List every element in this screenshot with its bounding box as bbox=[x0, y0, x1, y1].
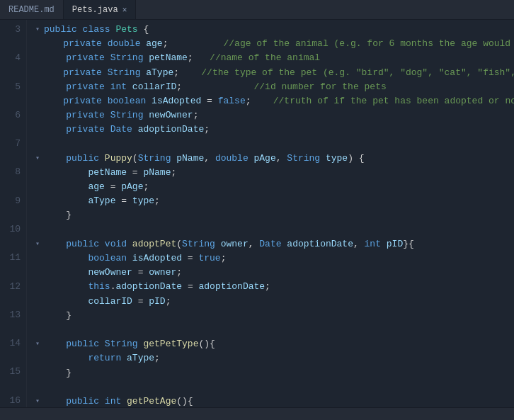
token-plain bbox=[44, 337, 66, 351]
fold-arrow-empty bbox=[35, 225, 42, 236]
token-var: pID bbox=[149, 295, 165, 309]
token-kw: true bbox=[198, 251, 220, 266]
token-kw: public bbox=[44, 23, 83, 37]
token-fn: adoptPet bbox=[132, 237, 176, 251]
token-var: pName bbox=[143, 166, 171, 180]
tab-close-icon[interactable]: ✕ bbox=[122, 5, 127, 14]
fold-arrow-empty bbox=[35, 324, 42, 336]
fold-arrow-empty bbox=[35, 167, 42, 178]
token-plain: = bbox=[105, 180, 121, 194]
code-line: private Date adoptionDate; bbox=[35, 123, 514, 137]
fold-arrow-empty bbox=[35, 368, 42, 379]
token-type: String bbox=[287, 152, 326, 166]
fold-arrow-empty bbox=[35, 268, 42, 279]
line-numbers: 3456789101112131415161718192021222324252… bbox=[0, 20, 27, 407]
token-kw: public bbox=[66, 337, 105, 351]
token-type: int bbox=[110, 80, 132, 94]
token-plain: , bbox=[204, 152, 215, 166]
fold-arrow-empty bbox=[35, 96, 40, 107]
token-plain bbox=[44, 194, 88, 208]
fold-arrow-collapsed[interactable]: ▾ bbox=[35, 396, 42, 407]
token-type: Date bbox=[259, 237, 287, 251]
fold-arrow-empty bbox=[35, 196, 42, 208]
code-line: age = pAge; bbox=[35, 180, 514, 194]
code-line: private String aType; //the type of the … bbox=[35, 66, 514, 80]
code-line: collarID = pID; bbox=[35, 295, 514, 309]
token-type: String bbox=[138, 152, 177, 166]
token-var: age bbox=[146, 37, 162, 51]
token-kw: private bbox=[66, 80, 110, 94]
fold-arrow-collapsed[interactable]: ▾ bbox=[35, 24, 42, 35]
token-var: isAdopted bbox=[152, 94, 207, 108]
token-type: double bbox=[108, 37, 147, 51]
token-plain: ; bbox=[246, 94, 273, 108]
fold-arrow-empty bbox=[35, 67, 40, 79]
fold-arrow-collapsed[interactable]: ▾ bbox=[35, 239, 42, 250]
token-var: petName bbox=[88, 166, 127, 180]
token-var: pName bbox=[176, 152, 204, 166]
token-kw: return bbox=[88, 351, 127, 365]
token-var: adoptionDate bbox=[198, 280, 265, 294]
line-number: 12 bbox=[3, 280, 21, 294]
line-number: 8 bbox=[3, 165, 21, 179]
token-plain bbox=[44, 395, 66, 407]
token-var: adoptionDate bbox=[138, 123, 205, 137]
code-line: ▾ public Puppy(String pName, double pAge… bbox=[35, 152, 514, 166]
token-fn: getPetAge bbox=[127, 395, 176, 407]
code-line: return aType; bbox=[35, 351, 514, 365]
token-fn: Puppy bbox=[105, 152, 132, 166]
fold-arrow-empty bbox=[35, 81, 42, 93]
token-kw: public bbox=[66, 237, 105, 251]
token-var: aType bbox=[127, 351, 154, 365]
line-number: 11 bbox=[3, 251, 21, 265]
token-plain: = bbox=[182, 280, 198, 294]
code-line: private double age; //age of the animal … bbox=[35, 37, 514, 51]
token-type: String bbox=[105, 337, 144, 351]
token-type: String bbox=[182, 237, 221, 251]
code-line: ▾ public void adoptPet(String owner, Dat… bbox=[35, 237, 514, 251]
token-plain: } bbox=[44, 366, 72, 380]
code-line: ▾ public int getPetAge(){ bbox=[35, 395, 514, 407]
token-plain: ; bbox=[154, 194, 160, 208]
code-line: ▾public class Pets { bbox=[35, 23, 514, 37]
code-content[interactable]: ▾public class Pets { private double age;… bbox=[27, 20, 514, 407]
fold-arrow-empty bbox=[35, 39, 40, 50]
fold-arrow-empty bbox=[35, 110, 42, 121]
token-var: pID bbox=[387, 237, 403, 251]
token-var: adoptionDate bbox=[115, 280, 182, 294]
line-number: 10 bbox=[3, 222, 21, 237]
token-type: int bbox=[105, 395, 127, 407]
token-kw: private bbox=[63, 66, 107, 80]
code-line: private boolean isAdopted = false; //tru… bbox=[35, 94, 514, 108]
fold-arrow-empty bbox=[35, 353, 42, 365]
token-plain: = bbox=[182, 251, 198, 266]
token-plain: } bbox=[44, 208, 72, 222]
token-plain: ; bbox=[221, 251, 227, 266]
token-var: owner bbox=[221, 237, 249, 251]
token-plain bbox=[41, 37, 63, 51]
token-plain: ; bbox=[193, 108, 199, 123]
token-var: collarID bbox=[88, 295, 132, 309]
token-var: petName bbox=[149, 51, 188, 65]
fold-arrow-empty bbox=[35, 53, 42, 64]
fold-arrow-collapsed[interactable]: ▾ bbox=[35, 339, 42, 350]
fold-arrow-collapsed[interactable]: ▾ bbox=[35, 153, 42, 164]
token-plain bbox=[44, 80, 66, 94]
tab-readme[interactable]: README.md bbox=[0, 0, 64, 19]
code-line: petName = pName; bbox=[35, 166, 514, 180]
code-line: } bbox=[35, 366, 514, 380]
token-plain: = bbox=[207, 94, 218, 108]
token-plain: , bbox=[353, 237, 365, 251]
token-plain: (){ bbox=[176, 395, 193, 407]
token-plain: ; bbox=[176, 80, 253, 94]
line-number: 6 bbox=[3, 108, 21, 123]
line-number: 16 bbox=[3, 394, 21, 407]
token-kw: void bbox=[105, 237, 132, 251]
token-plain: ; bbox=[154, 351, 160, 365]
token-plain: ( bbox=[176, 237, 182, 251]
tab-pets[interactable]: Pets.java ✕ bbox=[64, 0, 136, 19]
line-number: 14 bbox=[3, 336, 21, 351]
token-plain bbox=[44, 280, 88, 294]
token-plain: = bbox=[115, 194, 132, 208]
token-var: aType bbox=[88, 194, 115, 208]
